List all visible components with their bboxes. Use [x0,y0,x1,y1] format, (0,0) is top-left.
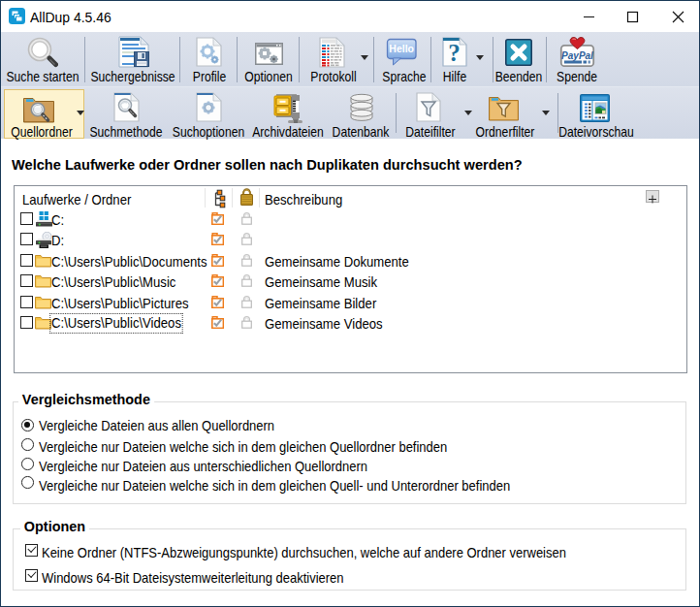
svg-text:PayPal: PayPal [561,50,593,61]
svg-text:Hello: Hello [389,43,414,54]
svg-text:?: ? [448,40,461,66]
